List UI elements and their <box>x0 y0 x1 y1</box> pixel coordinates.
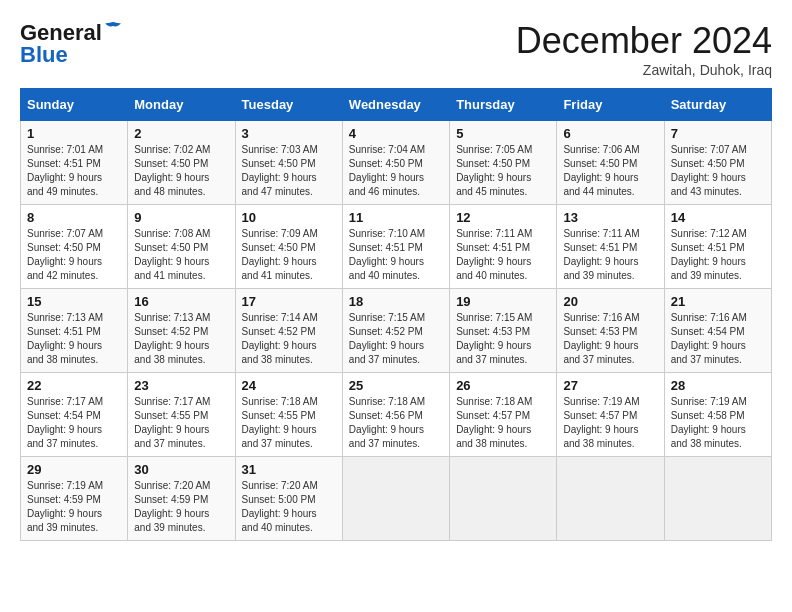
calendar-day-cell: 6Sunrise: 7:06 AMSunset: 4:50 PMDaylight… <box>557 121 664 205</box>
calendar-day-cell: 2Sunrise: 7:02 AMSunset: 4:50 PMDaylight… <box>128 121 235 205</box>
calendar-week-row: 22Sunrise: 7:17 AMSunset: 4:54 PMDayligh… <box>21 373 772 457</box>
calendar-day-cell: 23Sunrise: 7:17 AMSunset: 4:55 PMDayligh… <box>128 373 235 457</box>
day-detail: Sunrise: 7:04 AMSunset: 4:50 PMDaylight:… <box>349 143 443 199</box>
day-number: 1 <box>27 126 121 141</box>
calendar-day-cell: 4Sunrise: 7:04 AMSunset: 4:50 PMDaylight… <box>342 121 449 205</box>
day-detail: Sunrise: 7:03 AMSunset: 4:50 PMDaylight:… <box>242 143 336 199</box>
day-number: 26 <box>456 378 550 393</box>
day-number: 15 <box>27 294 121 309</box>
day-detail: Sunrise: 7:18 AMSunset: 4:55 PMDaylight:… <box>242 395 336 451</box>
day-detail: Sunrise: 7:05 AMSunset: 4:50 PMDaylight:… <box>456 143 550 199</box>
day-number: 21 <box>671 294 765 309</box>
day-number: 17 <box>242 294 336 309</box>
day-detail: Sunrise: 7:18 AMSunset: 4:57 PMDaylight:… <box>456 395 550 451</box>
weekday-header-row: SundayMondayTuesdayWednesdayThursdayFrid… <box>21 89 772 121</box>
day-number: 22 <box>27 378 121 393</box>
calendar-week-row: 8Sunrise: 7:07 AMSunset: 4:50 PMDaylight… <box>21 205 772 289</box>
calendar-day-cell: 9Sunrise: 7:08 AMSunset: 4:50 PMDaylight… <box>128 205 235 289</box>
day-detail: Sunrise: 7:08 AMSunset: 4:50 PMDaylight:… <box>134 227 228 283</box>
day-detail: Sunrise: 7:17 AMSunset: 4:54 PMDaylight:… <box>27 395 121 451</box>
calendar-week-row: 29Sunrise: 7:19 AMSunset: 4:59 PMDayligh… <box>21 457 772 541</box>
day-number: 20 <box>563 294 657 309</box>
calendar-week-row: 15Sunrise: 7:13 AMSunset: 4:51 PMDayligh… <box>21 289 772 373</box>
day-detail: Sunrise: 7:19 AMSunset: 4:58 PMDaylight:… <box>671 395 765 451</box>
day-detail: Sunrise: 7:19 AMSunset: 4:57 PMDaylight:… <box>563 395 657 451</box>
weekday-header: Wednesday <box>342 89 449 121</box>
calendar-day-cell: 7Sunrise: 7:07 AMSunset: 4:50 PMDaylight… <box>664 121 771 205</box>
day-number: 18 <box>349 294 443 309</box>
day-detail: Sunrise: 7:16 AMSunset: 4:53 PMDaylight:… <box>563 311 657 367</box>
calendar-day-cell <box>664 457 771 541</box>
day-number: 10 <box>242 210 336 225</box>
calendar-day-cell: 22Sunrise: 7:17 AMSunset: 4:54 PMDayligh… <box>21 373 128 457</box>
day-detail: Sunrise: 7:20 AMSunset: 4:59 PMDaylight:… <box>134 479 228 535</box>
day-number: 2 <box>134 126 228 141</box>
day-number: 30 <box>134 462 228 477</box>
calendar-day-cell: 3Sunrise: 7:03 AMSunset: 4:50 PMDaylight… <box>235 121 342 205</box>
day-detail: Sunrise: 7:13 AMSunset: 4:51 PMDaylight:… <box>27 311 121 367</box>
calendar-day-cell: 16Sunrise: 7:13 AMSunset: 4:52 PMDayligh… <box>128 289 235 373</box>
calendar-day-cell: 17Sunrise: 7:14 AMSunset: 4:52 PMDayligh… <box>235 289 342 373</box>
title-block: December 2024 Zawitah, Duhok, Iraq <box>516 20 772 78</box>
day-number: 28 <box>671 378 765 393</box>
day-number: 8 <box>27 210 121 225</box>
calendar-day-cell: 11Sunrise: 7:10 AMSunset: 4:51 PMDayligh… <box>342 205 449 289</box>
calendar-table: SundayMondayTuesdayWednesdayThursdayFrid… <box>20 88 772 541</box>
calendar-day-cell: 30Sunrise: 7:20 AMSunset: 4:59 PMDayligh… <box>128 457 235 541</box>
weekday-header: Monday <box>128 89 235 121</box>
day-detail: Sunrise: 7:19 AMSunset: 4:59 PMDaylight:… <box>27 479 121 535</box>
calendar-day-cell: 25Sunrise: 7:18 AMSunset: 4:56 PMDayligh… <box>342 373 449 457</box>
calendar-day-cell <box>342 457 449 541</box>
calendar-day-cell: 24Sunrise: 7:18 AMSunset: 4:55 PMDayligh… <box>235 373 342 457</box>
day-number: 19 <box>456 294 550 309</box>
day-number: 7 <box>671 126 765 141</box>
calendar-week-row: 1Sunrise: 7:01 AMSunset: 4:51 PMDaylight… <box>21 121 772 205</box>
day-detail: Sunrise: 7:06 AMSunset: 4:50 PMDaylight:… <box>563 143 657 199</box>
day-detail: Sunrise: 7:12 AMSunset: 4:51 PMDaylight:… <box>671 227 765 283</box>
logo-bird-icon <box>104 20 122 38</box>
day-number: 27 <box>563 378 657 393</box>
day-detail: Sunrise: 7:10 AMSunset: 4:51 PMDaylight:… <box>349 227 443 283</box>
day-number: 29 <box>27 462 121 477</box>
day-number: 16 <box>134 294 228 309</box>
weekday-header: Thursday <box>450 89 557 121</box>
weekday-header: Friday <box>557 89 664 121</box>
calendar-day-cell: 18Sunrise: 7:15 AMSunset: 4:52 PMDayligh… <box>342 289 449 373</box>
logo: General Blue <box>20 20 122 68</box>
day-number: 23 <box>134 378 228 393</box>
calendar-day-cell: 31Sunrise: 7:20 AMSunset: 5:00 PMDayligh… <box>235 457 342 541</box>
day-detail: Sunrise: 7:11 AMSunset: 4:51 PMDaylight:… <box>563 227 657 283</box>
day-number: 25 <box>349 378 443 393</box>
calendar-day-cell: 12Sunrise: 7:11 AMSunset: 4:51 PMDayligh… <box>450 205 557 289</box>
day-detail: Sunrise: 7:11 AMSunset: 4:51 PMDaylight:… <box>456 227 550 283</box>
calendar-day-cell: 19Sunrise: 7:15 AMSunset: 4:53 PMDayligh… <box>450 289 557 373</box>
calendar-day-cell: 28Sunrise: 7:19 AMSunset: 4:58 PMDayligh… <box>664 373 771 457</box>
day-detail: Sunrise: 7:13 AMSunset: 4:52 PMDaylight:… <box>134 311 228 367</box>
day-number: 6 <box>563 126 657 141</box>
calendar-day-cell: 29Sunrise: 7:19 AMSunset: 4:59 PMDayligh… <box>21 457 128 541</box>
weekday-header: Sunday <box>21 89 128 121</box>
day-detail: Sunrise: 7:15 AMSunset: 4:52 PMDaylight:… <box>349 311 443 367</box>
calendar-day-cell: 20Sunrise: 7:16 AMSunset: 4:53 PMDayligh… <box>557 289 664 373</box>
day-detail: Sunrise: 7:01 AMSunset: 4:51 PMDaylight:… <box>27 143 121 199</box>
calendar-day-cell: 5Sunrise: 7:05 AMSunset: 4:50 PMDaylight… <box>450 121 557 205</box>
day-number: 24 <box>242 378 336 393</box>
calendar-day-cell: 1Sunrise: 7:01 AMSunset: 4:51 PMDaylight… <box>21 121 128 205</box>
page-header: General Blue December 2024 Zawitah, Duho… <box>20 20 772 78</box>
logo-blue: Blue <box>20 42 68 68</box>
day-detail: Sunrise: 7:07 AMSunset: 4:50 PMDaylight:… <box>27 227 121 283</box>
day-detail: Sunrise: 7:17 AMSunset: 4:55 PMDaylight:… <box>134 395 228 451</box>
location: Zawitah, Duhok, Iraq <box>516 62 772 78</box>
calendar-day-cell: 26Sunrise: 7:18 AMSunset: 4:57 PMDayligh… <box>450 373 557 457</box>
calendar-day-cell: 14Sunrise: 7:12 AMSunset: 4:51 PMDayligh… <box>664 205 771 289</box>
day-detail: Sunrise: 7:07 AMSunset: 4:50 PMDaylight:… <box>671 143 765 199</box>
calendar-day-cell: 13Sunrise: 7:11 AMSunset: 4:51 PMDayligh… <box>557 205 664 289</box>
day-detail: Sunrise: 7:15 AMSunset: 4:53 PMDaylight:… <box>456 311 550 367</box>
calendar-day-cell <box>450 457 557 541</box>
day-number: 3 <box>242 126 336 141</box>
calendar-day-cell <box>557 457 664 541</box>
day-number: 14 <box>671 210 765 225</box>
day-number: 9 <box>134 210 228 225</box>
day-number: 12 <box>456 210 550 225</box>
day-detail: Sunrise: 7:02 AMSunset: 4:50 PMDaylight:… <box>134 143 228 199</box>
